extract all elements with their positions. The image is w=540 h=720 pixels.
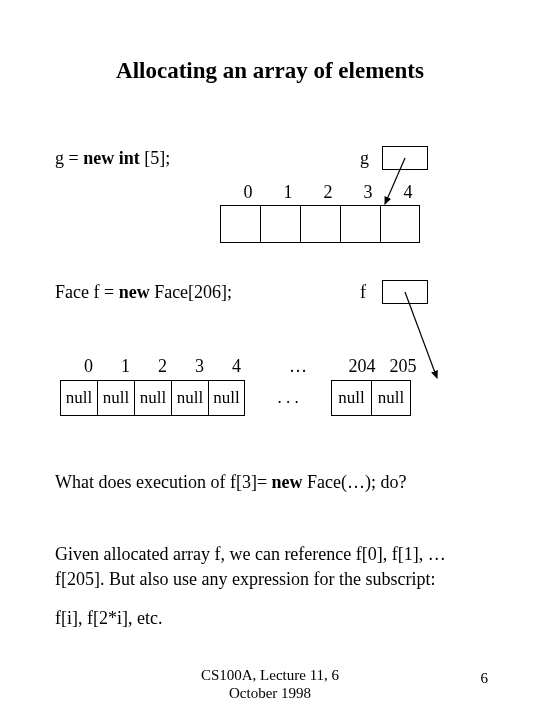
g-array-indices: 01234 — [228, 182, 428, 203]
f-cell: null — [208, 380, 245, 416]
slide: Allocating an array of elements g = new … — [0, 0, 540, 720]
f-cell: null — [331, 380, 371, 416]
g-cell — [340, 205, 380, 243]
explanation-examples: f[i], f[2*i], etc. — [55, 608, 162, 629]
f-cell: null — [134, 380, 171, 416]
f-cell: null — [171, 380, 208, 416]
g-variable-box — [382, 146, 428, 170]
f-cell: null — [371, 380, 411, 416]
g-declaration: g = new int [5]; — [55, 148, 170, 169]
f-declaration: Face f = new Face[206]; — [55, 282, 232, 303]
f-ellipsis: . . . — [245, 388, 331, 408]
g-cell — [220, 205, 260, 243]
explanation-paragraph: Given allocated array f, we can referenc… — [55, 542, 495, 592]
slide-footer: CS100A, Lecture 11, 6 October 1998 — [0, 666, 540, 702]
f-cell: null — [60, 380, 97, 416]
page-title: Allocating an array of elements — [0, 58, 540, 84]
g-cell — [260, 205, 300, 243]
f-array-indices: 01234…204205 — [70, 356, 490, 377]
f-variable-box — [382, 280, 428, 304]
g-variable-label: g — [360, 148, 369, 169]
f-variable-label: f — [360, 282, 366, 303]
g-cell — [300, 205, 340, 243]
f-array-cells: null null null null null . . . null null — [60, 380, 411, 416]
question-text: What does execution of f[3]= new Face(…)… — [55, 470, 495, 495]
g-array-cells — [220, 205, 420, 243]
f-cell: null — [97, 380, 134, 416]
page-number: 6 — [481, 670, 489, 687]
g-cell — [380, 205, 420, 243]
